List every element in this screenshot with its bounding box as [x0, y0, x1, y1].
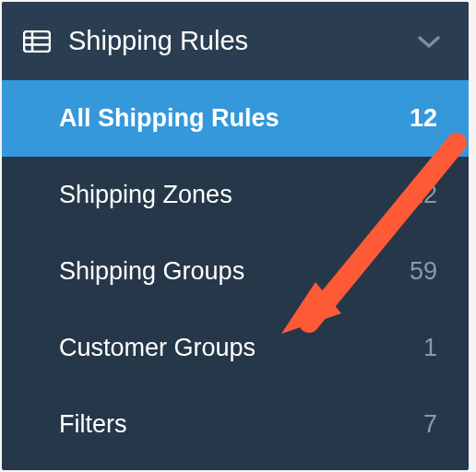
nav-item-label: All Shipping Rules — [59, 104, 400, 133]
sidebar-title: Shipping Rules — [68, 26, 417, 56]
svg-rect-0 — [24, 31, 50, 52]
sidebar-item-shipping-groups[interactable]: Shipping Groups 59 — [2, 233, 469, 310]
chevron-down-icon[interactable] — [417, 34, 441, 49]
nav-item-count: 59 — [400, 257, 437, 286]
sidebar-item-shipping-zones[interactable]: Shipping Zones 22 — [2, 157, 469, 233]
nav-item-count: 12 — [400, 104, 437, 133]
sidebar-item-customer-groups[interactable]: Customer Groups 1 — [2, 310, 469, 386]
sidebar-header[interactable]: Shipping Rules — [2, 2, 469, 80]
nav-item-count: 7 — [400, 410, 437, 439]
nav-list: All Shipping Rules 12 Shipping Zones 22 … — [2, 80, 469, 470]
nav-item-label: Shipping Zones — [59, 181, 400, 209]
sidebar-item-all-shipping-rules[interactable]: All Shipping Rules 12 — [2, 80, 469, 157]
nav-item-count: 1 — [400, 334, 437, 362]
table-icon — [22, 30, 52, 53]
nav-item-count: 22 — [400, 181, 437, 209]
sidebar-item-filters[interactable]: Filters 7 — [2, 386, 469, 463]
nav-item-label: Shipping Groups — [59, 257, 400, 286]
nav-item-label: Customer Groups — [59, 334, 400, 362]
nav-item-label: Filters — [59, 410, 400, 439]
sidebar: Shipping Rules All Shipping Rules 12 Shi… — [2, 2, 469, 470]
